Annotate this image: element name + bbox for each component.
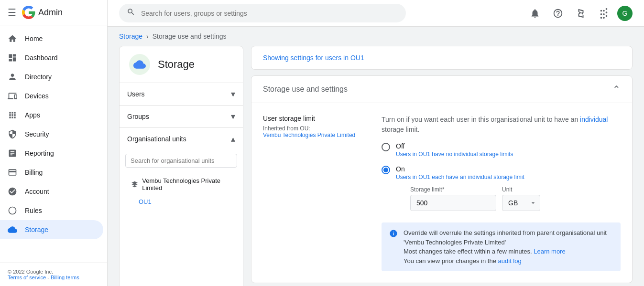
audit-log-link[interactable]: audit log [498, 257, 522, 265]
content: Storage › Storage use and settings Stora… [108, 27, 644, 286]
settings-card: Storage use and settings ⌃ User storage … [251, 75, 633, 283]
sidebar-item-directory[interactable]: Directory [0, 67, 103, 86]
help-button[interactable] [548, 4, 568, 23]
sidebar-item-storage[interactable]: Storage [0, 220, 103, 239]
avatar[interactable]: G [617, 6, 633, 21]
storage-panel-header: Storage [120, 46, 243, 83]
search-icon [127, 8, 135, 19]
user-storage-limit-title: User storage limit [263, 115, 359, 122]
sidebar-item-account[interactable]: Account [0, 182, 103, 201]
billing-terms-link[interactable]: Billing terms [51, 275, 79, 280]
radio-on-label: On Users in OU1 each have an individual … [396, 165, 540, 211]
storage-limit-input-group: Storage limit* [410, 186, 496, 211]
right-panel: Showing settings for users in OU1 Storag… [251, 46, 633, 286]
terms-link[interactable]: Terms of service [8, 275, 46, 280]
left-panel: Storage Users ▾ Groups ▾ [119, 46, 243, 286]
storage-limit-input[interactable] [410, 195, 496, 211]
storage-cloud-icon [129, 54, 150, 75]
menu-icon[interactable]: ☰ [8, 7, 16, 18]
sidebar-item-rules[interactable]: Rules [0, 201, 103, 220]
search-bar[interactable] [119, 4, 406, 22]
security-icon [8, 129, 17, 139]
sidebar-item-home[interactable]: Home [0, 29, 103, 48]
sidebar-item-reporting[interactable]: Reporting [0, 144, 103, 163]
storage-limit-label: Storage limit* [410, 186, 496, 193]
inherited-org-link[interactable]: Vembu Technologies Private Limited [263, 132, 355, 138]
breadcrumb-current: Storage use and settings [153, 32, 227, 40]
sidebar-item-billing[interactable]: Billing [0, 163, 103, 182]
info-text: Override will overrule the settings inhe… [404, 228, 613, 265]
collapse-icon: ⌃ [612, 84, 621, 95]
ou-banner-name: OU1 [350, 54, 364, 62]
devices-icon [8, 91, 17, 101]
sidebar-item-apps[interactable]: Apps [0, 106, 103, 125]
sidebar-item-label-directory: Directory [25, 73, 52, 81]
main-area: G Storage › Storage use and settings Sto… [108, 0, 644, 286]
org-tree-root-icon [131, 180, 138, 188]
radio-on-input[interactable] [382, 166, 390, 174]
groups-row[interactable]: Groups ▾ [120, 106, 243, 127]
topbar: G [108, 0, 644, 27]
sidebar-nav: Home Dashboard Directory Devices Apps [0, 25, 107, 263]
sidebar-header: ☰ Admin [0, 0, 107, 25]
radio-off-label: Off Users in OU1 have no individual stor… [396, 142, 513, 158]
info-box: Override will overrule the settings inhe… [382, 222, 621, 271]
directory-icon [8, 72, 17, 82]
brand: Admin [22, 6, 63, 19]
settings-card-header[interactable]: Storage use and settings ⌃ [251, 76, 632, 103]
org-tree-root-label: Vembu Technologies Private Limited [142, 177, 237, 191]
radio-off-option: Off Users in OU1 have no individual stor… [382, 142, 621, 158]
radio-on-option: On Users in OU1 each have an individual … [382, 165, 621, 211]
inherited-label: Inherited from OU: [263, 125, 310, 132]
groups-expand-icon: ▾ [231, 111, 235, 122]
ou-banner-prefix: Showing settings for users in [263, 54, 350, 62]
sidebar: ☰ Admin Home Dashboard [0, 0, 108, 286]
sidebar-item-dashboard[interactable]: Dashboard [0, 48, 103, 67]
ou-banner: Showing settings for users in OU1 [251, 46, 633, 70]
sidebar-item-label-home: Home [25, 35, 43, 42]
info-line1: Override will overrule the settings inhe… [404, 228, 613, 247]
setting-left: User storage limit Inherited from OU: Ve… [263, 115, 359, 138]
sidebar-item-label-billing: Billing [25, 169, 43, 176]
sidebar-item-security[interactable]: Security [0, 125, 103, 144]
off-label-desc: Users in OU1 have no individual storage … [396, 151, 513, 158]
brand-logo [22, 6, 35, 19]
info-icon [389, 229, 398, 265]
groups-label: Groups [127, 113, 149, 120]
radio-off-input[interactable] [382, 143, 390, 151]
copyright: © 2022 Google Inc. [8, 269, 99, 275]
sidebar-item-label-apps: Apps [25, 111, 40, 119]
learn-more-link[interactable]: Learn more [534, 248, 565, 255]
sidebar-item-label-reporting: Reporting [25, 149, 54, 157]
org-units-row[interactable]: Organisational units ▴ [120, 128, 243, 150]
breadcrumb-parent[interactable]: Storage [119, 32, 142, 40]
apps-grid-button[interactable] [594, 4, 613, 23]
topbar-icons: G [525, 4, 633, 23]
footer-separator: - [47, 275, 51, 280]
settings-card-title: Storage use and settings [263, 85, 348, 94]
account-icon [8, 187, 17, 196]
users-row[interactable]: Users ▾ [120, 83, 243, 105]
content-body: Storage Users ▾ Groups ▾ [108, 46, 644, 286]
breadcrumb: Storage › Storage use and settings [108, 27, 644, 46]
notifications-button[interactable] [525, 4, 545, 23]
dashboard-icon [8, 53, 17, 63]
org-units-expand-icon: ▴ [231, 134, 235, 144]
storage-limit-row: Storage limit* Unit GB [410, 186, 540, 211]
org-units-label: Organisational units [127, 135, 186, 143]
org-tree-child-ou1[interactable]: OU1 [120, 195, 243, 208]
users-section: Users ▾ [120, 83, 243, 105]
hourglass-button[interactable] [571, 4, 590, 23]
org-tree-root[interactable]: Vembu Technologies Private Limited [120, 173, 243, 195]
search-input[interactable] [141, 10, 398, 17]
sidebar-item-devices[interactable]: Devices [0, 86, 103, 106]
unit-label: Unit [502, 186, 540, 193]
unit-select[interactable]: GB TB MB [502, 195, 540, 211]
org-search-input[interactable] [125, 154, 237, 168]
apps-icon [8, 110, 17, 120]
groups-section: Groups ▾ [120, 106, 243, 127]
users-expand-icon: ▾ [231, 89, 235, 99]
org-tree: Vembu Technologies Private Limited OU1 [120, 171, 243, 210]
org-units-section: Organisational units ▴ Vembu Technologie… [120, 128, 243, 210]
rules-icon [8, 206, 17, 215]
